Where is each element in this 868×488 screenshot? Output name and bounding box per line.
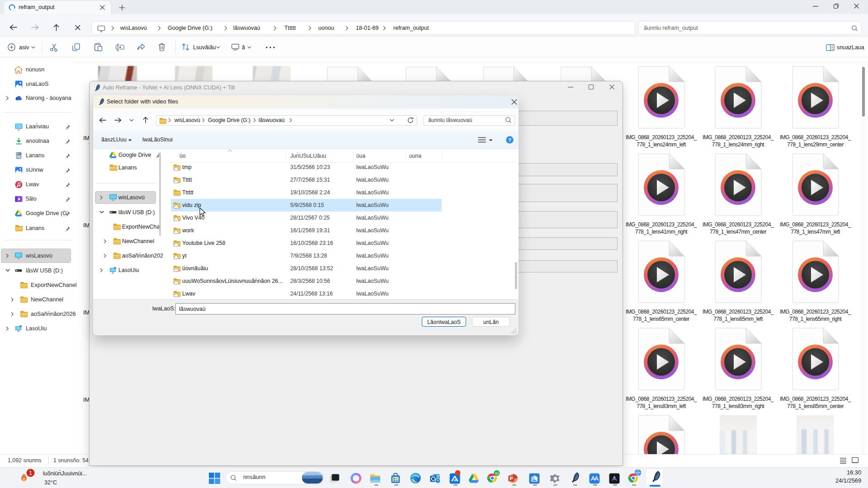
svg-text:?: ? [508, 137, 511, 143]
svg-text:SJ: SJ [495, 472, 499, 475]
svg-text:P: P [509, 476, 513, 481]
svg-text:1: 1 [29, 470, 32, 476]
